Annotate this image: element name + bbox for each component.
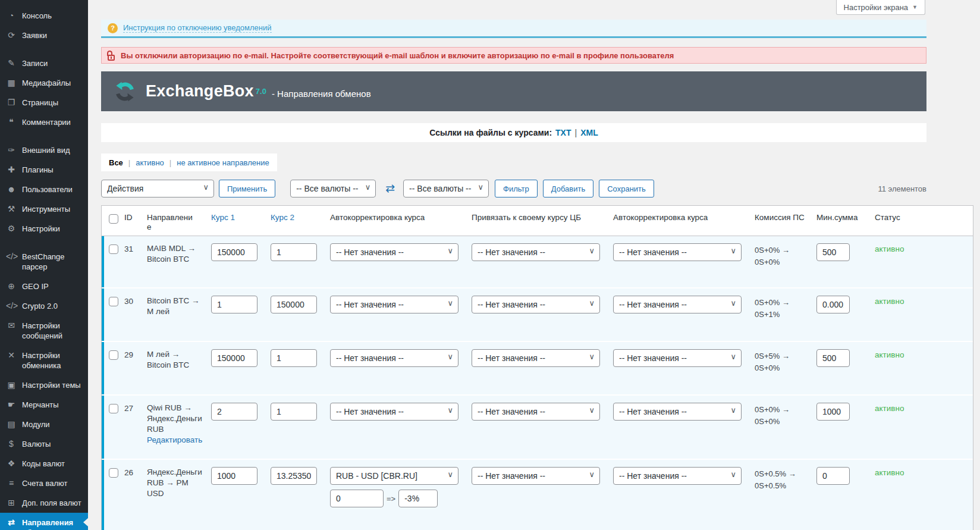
sidebar-item-currencies[interactable]: $Валюты [0, 434, 88, 454]
tab-inactive[interactable]: не активное направление [177, 158, 269, 167]
sidebar-item-label: Заявки [22, 30, 47, 40]
row-checkbox[interactable] [109, 404, 118, 413]
sidebar-item-console[interactable]: ◔Консоль [0, 6, 88, 26]
page-title: - Направления обменов [272, 89, 371, 99]
dashboard-icon: ◔ [6, 11, 17, 21]
sidebar-item-bestchange-parser[interactable]: </>BestChange парсер [0, 247, 88, 277]
items-count: 11 элементов [878, 184, 926, 193]
sidebar-item-currency-accounts[interactable]: ≡Счета валют [0, 473, 88, 493]
sidebar-item-users[interactable]: ☻Пользователи [0, 180, 88, 199]
sidebar-item-posts[interactable]: ✎Записи [0, 54, 88, 73]
sidebar-item-media[interactable]: ▦Медиафайлы [0, 73, 88, 93]
direction-label: Bitcoin BTC → М лей [147, 296, 203, 317]
sidebar-item-exchanger-settings[interactable]: ✕Настройки обменника [0, 346, 88, 375]
tools-icon: ⚒ [6, 204, 17, 214]
autocorrect-rate-select-2[interactable]: -- Нет значения -- [613, 243, 742, 261]
sidebar-item-label: Консоль [22, 11, 52, 21]
autocorrect-rate-select-2[interactable]: -- Нет значения -- [613, 296, 742, 313]
sidebar-item-theme-settings[interactable]: ▣Настройки темы [0, 375, 88, 395]
min-sum-input[interactable] [816, 403, 850, 421]
select-all-checkbox[interactable] [109, 214, 118, 224]
plugin-name: ExchangeBox [146, 82, 254, 101]
screen-options-button[interactable]: Настройки экрана ▼ [836, 0, 925, 15]
rate1-input[interactable] [211, 243, 257, 261]
refresh-icon[interactable]: ⇄ [384, 180, 396, 197]
xml-file-link[interactable]: XML [580, 128, 598, 137]
autocorrect-rate-select-1[interactable]: -- Нет значения -- [330, 403, 458, 421]
sidebar-item-label: GEO IP [22, 281, 49, 291]
theme-icon: ▣ [6, 380, 17, 390]
min-sum-input[interactable] [816, 243, 850, 261]
bulk-actions-select[interactable]: Действия [101, 180, 214, 197]
save-button[interactable]: Сохранить [599, 180, 654, 197]
link-separator: | [575, 128, 577, 137]
notifications-instruction-link[interactable]: Инструкция по отключению уведомлений [123, 23, 272, 33]
row-checkbox[interactable] [109, 350, 118, 360]
row-checkbox[interactable] [109, 468, 118, 478]
sidebar-item-requests[interactable]: ⟳Заявки [0, 26, 88, 45]
filter-button[interactable]: Фильтр [495, 180, 538, 197]
direction-label: М лей → Bitcoin BTC [147, 349, 203, 371]
rate2-input[interactable] [271, 296, 317, 313]
rate1-input[interactable] [211, 467, 257, 485]
sidebar-item-label: Комментарии [22, 117, 71, 127]
autocorrect-rate-select-2[interactable]: -- Нет значения -- [613, 467, 742, 485]
autocorrect-rate-select-2[interactable]: -- Нет значения -- [613, 403, 742, 421]
sidebar-item-directions[interactable]: ⇄Направления обменов [0, 513, 88, 530]
apply-button[interactable]: Применить [219, 180, 275, 197]
col-min-sum: Мин.сумма [815, 206, 874, 236]
min-sum-input[interactable] [816, 296, 850, 313]
rate2-input[interactable] [271, 467, 317, 485]
sidebar-item-crypto-2-0[interactable]: </>Crypto 2.0 [0, 296, 88, 316]
sidebar-item-currency-codes[interactable]: ❖Коды валют [0, 454, 88, 473]
autocorrect-rate-select-1[interactable]: RUB - USD [CBR.RU] [330, 467, 458, 485]
min-sum-input[interactable] [816, 349, 850, 367]
sidebar-item-modules[interactable]: ▤Модули [0, 415, 88, 434]
min-sum-input[interactable] [816, 467, 850, 485]
sidebar-item-comments[interactable]: ❝Комментарии [0, 112, 88, 132]
bind-cb-rate-select[interactable]: -- Нет значения -- [472, 349, 600, 367]
table-row: 29М лей → Bitcoin BTC-- Нет значения --∨… [102, 341, 973, 394]
currency-filter-select-2[interactable]: -- Все валюты -- [403, 180, 489, 197]
sidebar-item-appearance[interactable]: ✑Внешний вид [0, 140, 88, 160]
currency-filter-select-1[interactable]: -- Все валюты -- [290, 180, 376, 197]
sidebar-item-geo-ip[interactable]: ⊕GEO IP [0, 277, 88, 296]
sidebar-item-plugins[interactable]: ✚Плагины [0, 160, 88, 180]
rate1-input[interactable] [211, 296, 257, 313]
row-checkbox[interactable] [109, 244, 118, 254]
crossed-tools-icon: ✕ [6, 350, 17, 360]
txt-file-link[interactable]: TXT [555, 128, 571, 137]
bind-cb-rate-select[interactable]: -- Нет значения -- [472, 467, 600, 485]
sidebar-item-tools[interactable]: ⚒Инструменты [0, 199, 88, 219]
autocorrect-rate-select-2[interactable]: -- Нет значения -- [613, 349, 742, 367]
cb-adjust-value-input[interactable] [330, 490, 384, 507]
edit-direction-link[interactable]: Редактировать [147, 435, 203, 446]
tab-all[interactable]: Все [109, 158, 123, 167]
rate1-input[interactable] [211, 403, 257, 421]
pages-icon: ❐ [6, 98, 17, 108]
rate1-sort-link[interactable]: Курс 1 [211, 213, 235, 222]
sidebar-item-label: Счета валют [22, 478, 67, 488]
rate2-input[interactable] [271, 243, 317, 261]
add-button[interactable]: Добавить [543, 180, 593, 197]
autocorrect-rate-select-1[interactable]: -- Нет значения -- [330, 349, 458, 367]
extra-fields-icon: ⊞ [6, 498, 17, 508]
sidebar-item-currency-extra-fields[interactable]: ⊞Доп. поля валют [0, 493, 88, 513]
bind-cb-rate-select[interactable]: -- Нет значения -- [472, 403, 600, 421]
autocorrect-rate-select-1[interactable]: -- Нет значения -- [330, 296, 458, 313]
sidebar-item-pages[interactable]: ❐Страницы [0, 93, 88, 112]
sidebar-item-message-settings[interactable]: ✉Настройки сообщений [0, 316, 88, 346]
sidebar-item-merchants[interactable]: ☛Мерчанты [0, 395, 88, 415]
tab-active[interactable]: активно [136, 158, 164, 167]
bind-cb-rate-select[interactable]: -- Нет значения -- [472, 296, 600, 313]
cb-adjust-percent-input[interactable] [398, 490, 438, 507]
status-badge: активно [874, 396, 973, 459]
bind-cb-rate-select[interactable]: -- Нет значения -- [472, 243, 600, 261]
rate2-input[interactable] [271, 403, 317, 421]
rate2-sort-link[interactable]: Курс 2 [271, 213, 294, 222]
rate2-input[interactable] [271, 349, 317, 367]
autocorrect-rate-select-1[interactable]: -- Нет значения -- [330, 243, 458, 261]
sidebar-item-settings[interactable]: ⚙Настройки [0, 219, 88, 239]
rate1-input[interactable] [211, 349, 257, 367]
row-checkbox[interactable] [109, 297, 118, 306]
